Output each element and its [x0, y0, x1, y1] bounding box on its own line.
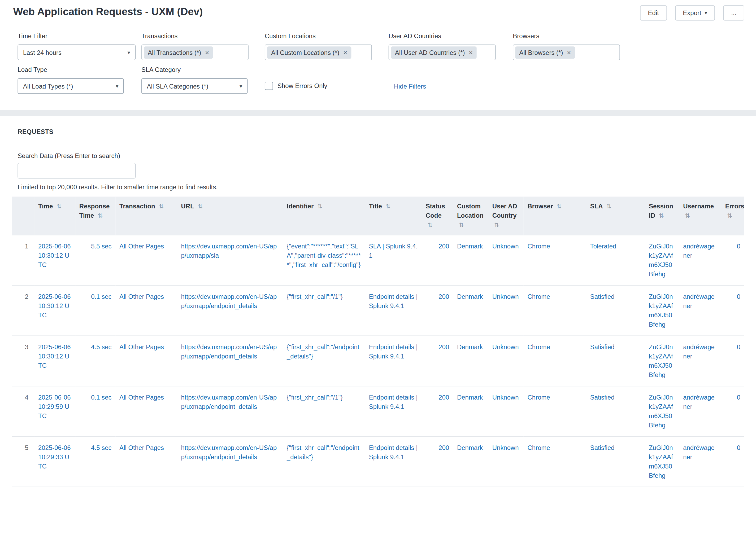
- cell-url[interactable]: https://dev.uxmapp.com/en-US/app/uxmapp/…: [177, 436, 283, 487]
- close-icon[interactable]: ×: [469, 49, 473, 56]
- sort-icon[interactable]: ⇅: [459, 222, 464, 229]
- cell-sla[interactable]: Satisfied: [586, 436, 645, 487]
- cell-title[interactable]: Endpoint details | Splunk 9.4.1: [365, 336, 422, 386]
- cell-title[interactable]: Endpoint details | Splunk 9.4.1: [365, 386, 422, 436]
- sort-icon[interactable]: ⇅: [659, 213, 664, 219]
- cell-user_ad_country[interactable]: Unknown: [488, 336, 524, 386]
- cell-browser[interactable]: Chrome: [524, 285, 586, 336]
- cell-custom_location[interactable]: Denmark: [453, 436, 488, 487]
- column-header-browser[interactable]: Browser ⇅: [524, 197, 586, 235]
- cell-transaction[interactable]: All Other Pages: [115, 386, 177, 436]
- cell-browser[interactable]: Chrome: [524, 436, 586, 487]
- sort-icon[interactable]: ⇅: [494, 222, 499, 229]
- cell-title[interactable]: Endpoint details | Splunk 9.4.1: [365, 285, 422, 336]
- cell-status_code[interactable]: 200: [422, 285, 453, 336]
- sort-icon[interactable]: ⇅: [727, 213, 732, 219]
- sort-icon[interactable]: ⇅: [317, 203, 322, 210]
- cell-response_time[interactable]: 0.1 sec: [75, 386, 115, 436]
- column-header-transaction[interactable]: Transaction ⇅: [115, 197, 177, 235]
- cell-title[interactable]: SLA | Splunk 9.4.1: [365, 235, 422, 285]
- search-input[interactable]: [17, 163, 136, 178]
- sort-icon[interactable]: ⇅: [606, 203, 611, 210]
- cell-username[interactable]: andréwagener: [679, 336, 721, 386]
- cell-url[interactable]: https://dev.uxmapp.com/en-US/app/uxmapp/…: [177, 285, 283, 336]
- sort-icon[interactable]: ⇅: [159, 203, 164, 210]
- cell-session_id[interactable]: ZuGiJ0nk1yZAAfm6XJ50Bfehg: [645, 336, 679, 386]
- column-header-identifier[interactable]: Identifier ⇅: [283, 197, 365, 235]
- edit-button[interactable]: Edit: [640, 5, 667, 20]
- cell-session_id[interactable]: ZuGiJ0nk1yZAAfm6XJ50Bfehg: [645, 285, 679, 336]
- cell-errors[interactable]: 0: [721, 235, 744, 285]
- cell-browser[interactable]: Chrome: [524, 386, 586, 436]
- cell-response_time[interactable]: 4.5 sec: [75, 336, 115, 386]
- column-header-sla[interactable]: SLA ⇅: [586, 197, 645, 235]
- cell-custom_location[interactable]: Denmark: [453, 336, 488, 386]
- cell-sla[interactable]: Satisfied: [586, 336, 645, 386]
- cell-sla[interactable]: Tolerated: [586, 235, 645, 285]
- cell-errors[interactable]: 0: [721, 336, 744, 386]
- cell-user_ad_country[interactable]: Unknown: [488, 386, 524, 436]
- cell-status_code[interactable]: 200: [422, 235, 453, 285]
- cell-session_id[interactable]: ZuGiJ0nk1yZAAfm6XJ50Bfehg: [645, 386, 679, 436]
- transactions-multiselect[interactable]: All Transactions (*) ×: [141, 44, 249, 60]
- cell-identifier[interactable]: {"event":"******","text":"SLA","parent-d…: [283, 235, 365, 285]
- column-header-response_time[interactable]: Response Time ⇅: [75, 197, 115, 235]
- cell-custom_location[interactable]: Denmark: [453, 285, 488, 336]
- cell-response_time[interactable]: 5.5 sec: [75, 235, 115, 285]
- cell-sla[interactable]: Satisfied: [586, 285, 645, 336]
- cell-session_id[interactable]: ZuGiJ0nk1yZAAfm6XJ50Bfehg: [645, 436, 679, 487]
- sort-icon[interactable]: ⇅: [685, 213, 690, 219]
- cell-identifier[interactable]: {"first_xhr_call":"/endpoint_details"}: [283, 336, 365, 386]
- cell-username[interactable]: andréwagener: [679, 436, 721, 487]
- column-header-session_id[interactable]: Session ID ⇅: [645, 197, 679, 235]
- cell-errors[interactable]: 0: [721, 285, 744, 336]
- column-header-custom_location[interactable]: Custom Location ⇅: [453, 197, 488, 235]
- cell-identifier[interactable]: {"first_xhr_call":"/1"}: [283, 386, 365, 436]
- cell-user_ad_country[interactable]: Unknown: [488, 235, 524, 285]
- cell-status_code[interactable]: 200: [422, 436, 453, 487]
- sort-icon[interactable]: ⇅: [557, 203, 562, 210]
- cell-url[interactable]: https://dev.uxmapp.com/en-US/app/uxmapp/…: [177, 386, 283, 436]
- cell-time[interactable]: 2025-06-06 10:29:33 UTC: [34, 436, 75, 487]
- cell-time[interactable]: 2025-06-06 10:30:12 UTC: [34, 336, 75, 386]
- time-filter-dropdown[interactable]: Last 24 hours ▾: [17, 44, 136, 60]
- column-header-time[interactable]: Time ⇅: [34, 197, 75, 235]
- cell-username[interactable]: andréwagener: [679, 386, 721, 436]
- cell-url[interactable]: https://dev.uxmapp.com/en-US/app/uxmapp/…: [177, 235, 283, 285]
- column-header-username[interactable]: Username ⇅: [679, 197, 721, 235]
- cell-title[interactable]: Endpoint details | Splunk 9.4.1: [365, 436, 422, 487]
- cell-status_code[interactable]: 200: [422, 386, 453, 436]
- show-errors-checkbox[interactable]: [265, 82, 273, 90]
- cell-errors[interactable]: 0: [721, 436, 744, 487]
- cell-session_id[interactable]: ZuGiJ0nk1yZAAfm6XJ50Bfehg: [645, 235, 679, 285]
- cell-time[interactable]: 2025-06-06 10:30:12 UTC: [34, 235, 75, 285]
- cell-sla[interactable]: Satisfied: [586, 386, 645, 436]
- cell-transaction[interactable]: All Other Pages: [115, 235, 177, 285]
- column-header-user_ad_country[interactable]: User AD Country ⇅: [488, 197, 524, 235]
- hide-filters-link[interactable]: Hide Filters: [394, 83, 426, 90]
- cell-time[interactable]: 2025-06-06 10:30:12 UTC: [34, 285, 75, 336]
- cell-transaction[interactable]: All Other Pages: [115, 285, 177, 336]
- user-ad-countries-multiselect[interactable]: All User AD Countries (*) ×: [389, 44, 496, 60]
- cell-url[interactable]: https://dev.uxmapp.com/en-US/app/uxmapp/…: [177, 336, 283, 386]
- cell-errors[interactable]: 0: [721, 386, 744, 436]
- sort-icon[interactable]: ⇅: [56, 203, 61, 210]
- sort-icon[interactable]: ⇅: [98, 213, 103, 219]
- close-icon[interactable]: ×: [343, 49, 347, 56]
- more-button[interactable]: ...: [723, 5, 744, 20]
- sort-icon[interactable]: ⇅: [386, 203, 391, 210]
- cell-identifier[interactable]: {"first_xhr_call":"/1"}: [283, 285, 365, 336]
- custom-locations-multiselect[interactable]: All Custom Locations (*) ×: [265, 44, 372, 60]
- sort-icon[interactable]: ⇅: [427, 222, 432, 229]
- cell-browser[interactable]: Chrome: [524, 235, 586, 285]
- column-header-title[interactable]: Title ⇅: [365, 197, 422, 235]
- export-button[interactable]: Export ▾: [675, 5, 715, 20]
- load-type-dropdown[interactable]: All Load Types (*) ▾: [17, 78, 124, 94]
- cell-response_time[interactable]: 4.5 sec: [75, 436, 115, 487]
- cell-browser[interactable]: Chrome: [524, 336, 586, 386]
- cell-response_time[interactable]: 0.1 sec: [75, 285, 115, 336]
- cell-user_ad_country[interactable]: Unknown: [488, 436, 524, 487]
- cell-username[interactable]: andréwagener: [679, 285, 721, 336]
- browsers-multiselect[interactable]: All Browsers (*) ×: [513, 44, 620, 60]
- close-icon[interactable]: ×: [205, 49, 209, 56]
